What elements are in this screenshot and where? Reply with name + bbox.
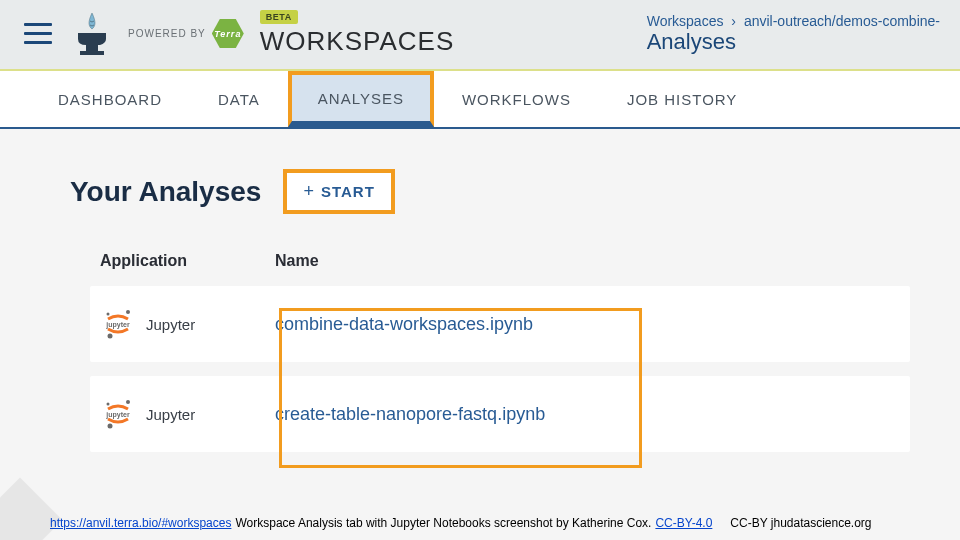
title-block: BETA WORKSPACES (260, 10, 454, 57)
anvil-logo[interactable] (72, 11, 112, 57)
breadcrumb-separator: › (731, 13, 736, 29)
footer: https://anvil.terra.bio/#workspaces Work… (50, 516, 940, 530)
tab-data[interactable]: DATA (190, 71, 288, 127)
breadcrumb-root[interactable]: Workspaces (647, 13, 724, 29)
svg-rect-0 (86, 45, 98, 51)
notebook-name[interactable]: combine-data-workspaces.ipynb (275, 314, 533, 335)
powered-by-terra: POWERED BY Terra (128, 18, 244, 50)
plus-icon: + (303, 181, 315, 202)
breadcrumb: Workspaces › anvil-outreach/demos-combin… (647, 13, 940, 55)
app-label: Jupyter (146, 406, 195, 423)
start-button[interactable]: + START (283, 169, 394, 214)
page-heading: Your Analyses (70, 176, 261, 208)
table-header: Application Name (90, 244, 910, 286)
analyses-table: Application Name jupyter Jupyter c (90, 244, 910, 452)
column-application: Application (100, 252, 275, 270)
jupyter-icon: jupyter (100, 396, 136, 432)
workspaces-title: WORKSPACES (260, 26, 454, 57)
tab-workflows[interactable]: WORKFLOWS (434, 71, 599, 127)
svg-point-2 (126, 310, 130, 314)
column-name: Name (275, 252, 319, 270)
topbar: POWERED BY Terra BETA WORKSPACES Workspa… (0, 0, 960, 71)
svg-point-8 (108, 424, 113, 429)
table-row[interactable]: jupyter Jupyter create-table-nanopore-fa… (90, 376, 910, 452)
jupyter-icon: jupyter (100, 306, 136, 342)
breadcrumb-current: Analyses (647, 29, 940, 55)
tab-dashboard[interactable]: DASHBOARD (30, 71, 190, 127)
svg-point-6 (126, 400, 130, 404)
hamburger-menu-icon[interactable] (20, 19, 56, 48)
beta-badge: BETA (260, 10, 298, 24)
tab-analyses[interactable]: ANALYSES (288, 71, 434, 127)
tabs: DASHBOARD DATA ANALYSES WORKFLOWS JOB HI… (0, 71, 960, 129)
start-label: START (321, 183, 375, 200)
svg-rect-1 (80, 51, 104, 55)
footer-attribution: CC-BY jhudatascience.org (730, 516, 871, 530)
breadcrumb-path[interactable]: anvil-outreach/demos-combine- (744, 13, 940, 29)
svg-point-4 (108, 334, 113, 339)
svg-text:jupyter: jupyter (105, 321, 130, 329)
notebook-name[interactable]: create-table-nanopore-fastq.ipynb (275, 404, 545, 425)
svg-point-3 (107, 313, 110, 316)
table-row[interactable]: jupyter Jupyter combine-data-workspaces.… (90, 286, 910, 362)
svg-text:jupyter: jupyter (105, 411, 130, 419)
terra-logo-icon: Terra (212, 18, 244, 50)
footer-caption: Workspace Analysis tab with Jupyter Note… (235, 516, 651, 530)
footer-url[interactable]: https://anvil.terra.bio/#workspaces (50, 516, 231, 530)
tab-job-history[interactable]: JOB HISTORY (599, 71, 765, 127)
powered-label: POWERED BY (128, 28, 206, 39)
app-label: Jupyter (146, 316, 195, 333)
svg-point-7 (107, 403, 110, 406)
footer-license[interactable]: CC-BY-4.0 (655, 516, 712, 530)
content: Your Analyses + START Application Name (0, 129, 960, 486)
